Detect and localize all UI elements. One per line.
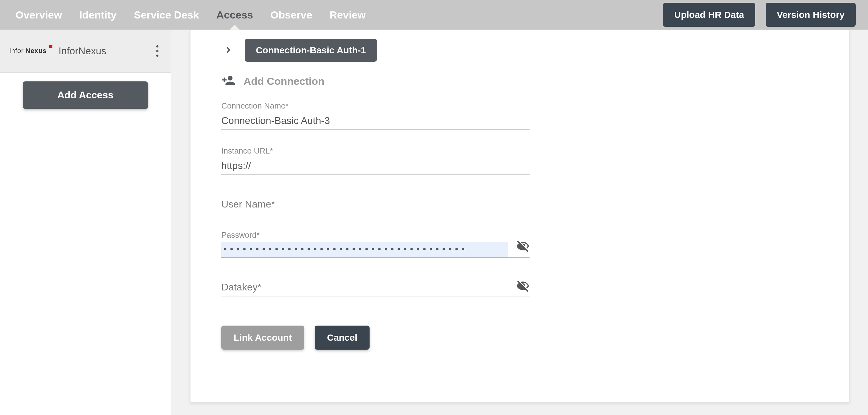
add-connection-label: Add Connection bbox=[244, 75, 324, 87]
tab-identity[interactable]: Identity bbox=[79, 0, 117, 30]
top-nav: Overview Identity Service Desk Access Ob… bbox=[0, 0, 868, 30]
instance-url-input[interactable] bbox=[221, 157, 530, 175]
logo-dot-icon bbox=[49, 45, 53, 48]
tab-review[interactable]: Review bbox=[330, 0, 366, 30]
nav-tabs: Overview Identity Service Desk Access Ob… bbox=[16, 0, 366, 30]
visibility-off-icon[interactable] bbox=[516, 240, 530, 255]
tab-service-desk[interactable]: Service Desk bbox=[134, 0, 199, 30]
tab-overview[interactable]: Overview bbox=[16, 0, 62, 30]
add-access-button[interactable]: Add Access bbox=[23, 81, 148, 109]
password-label: Password* bbox=[221, 230, 530, 240]
field-user-name: User Name* bbox=[221, 197, 530, 214]
infornexus-logo: InforNexus bbox=[9, 47, 49, 55]
connection-card: Connection-Basic Auth-1 Add Connection C… bbox=[190, 30, 849, 403]
instance-url-label: Instance URL* bbox=[221, 146, 530, 156]
field-datakey: Datakey* bbox=[221, 280, 530, 297]
connection-chip[interactable]: Connection-Basic Auth-1 bbox=[245, 39, 377, 62]
cancel-button[interactable]: Cancel bbox=[315, 326, 370, 350]
upload-hr-data-button[interactable]: Upload HR Data bbox=[663, 3, 755, 27]
sidebar-item-infornexus[interactable]: InforNexus InforNexus bbox=[0, 30, 171, 73]
tab-access[interactable]: Access bbox=[216, 0, 253, 30]
sidebar: InforNexus InforNexus Add Access bbox=[0, 30, 172, 415]
form-actions: Link Account Cancel bbox=[221, 313, 530, 350]
connection-name-label: Connection Name* bbox=[221, 101, 530, 111]
field-password: Password* bbox=[221, 230, 530, 258]
sidebar-item-label: InforNexus bbox=[59, 45, 153, 57]
version-history-button[interactable]: Version History bbox=[766, 3, 856, 27]
tab-observe[interactable]: Observe bbox=[270, 0, 312, 30]
connection-name-input[interactable] bbox=[221, 113, 530, 130]
password-input[interactable] bbox=[221, 242, 508, 258]
field-instance-url: Instance URL* bbox=[221, 146, 530, 175]
visibility-off-icon[interactable] bbox=[516, 279, 530, 294]
content-area: Connection-Basic Auth-1 Add Connection C… bbox=[172, 30, 868, 415]
user-name-input[interactable] bbox=[221, 197, 530, 214]
field-connection-name: Connection Name* bbox=[221, 101, 530, 130]
connection-form: Connection Name* Instance URL* User Name… bbox=[221, 101, 530, 350]
logo-text-infor: Infor bbox=[9, 47, 24, 55]
logo-text-nexus: Nexus bbox=[26, 47, 47, 55]
kebab-menu-icon[interactable] bbox=[153, 42, 161, 60]
datakey-input[interactable] bbox=[221, 280, 530, 297]
link-account-button[interactable]: Link Account bbox=[221, 326, 304, 350]
person-add-icon bbox=[221, 73, 236, 89]
chevron-right-icon[interactable] bbox=[221, 44, 235, 57]
